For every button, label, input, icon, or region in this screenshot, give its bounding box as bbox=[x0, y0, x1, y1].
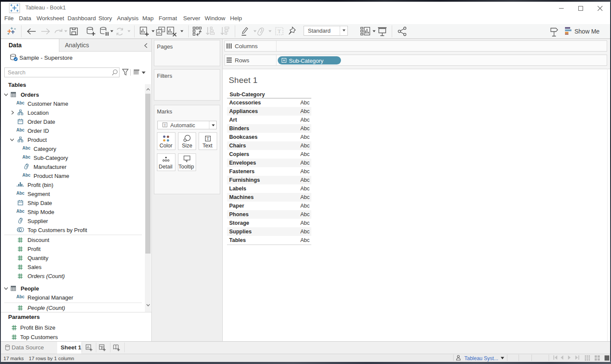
svg-text:T: T bbox=[278, 28, 281, 34]
svg-text:T: T bbox=[164, 123, 166, 127]
svg-text:T: T bbox=[206, 136, 209, 141]
